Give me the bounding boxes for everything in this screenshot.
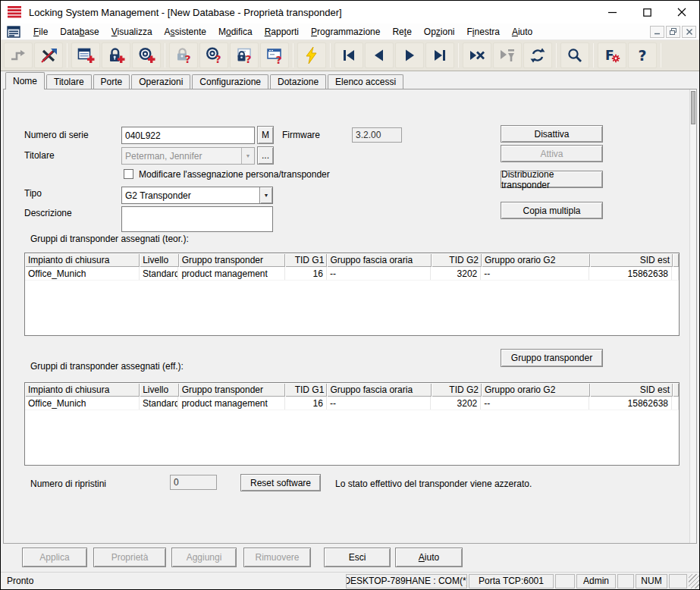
tab-configurazione[interactable]: Configurazione — [192, 74, 268, 89]
column-header[interactable]: Livello — [140, 253, 178, 267]
menu-rete[interactable]: Rete — [386, 25, 417, 39]
menu-visualizza[interactable]: Visualizza — [105, 25, 159, 39]
exit-button[interactable]: Esci — [324, 548, 391, 567]
column-header[interactable]: SID est — [590, 383, 673, 397]
maximize-button[interactable] — [629, 1, 664, 24]
read-g2-lock-button[interactable]: ? — [230, 42, 259, 68]
table-row[interactable]: Office_Munich Standard product managemen… — [25, 397, 679, 410]
change-assignment-checkbox[interactable] — [124, 169, 133, 179]
owner-value: Peterman, Jennifer — [122, 148, 241, 164]
app-logo-icon — [8, 6, 23, 18]
menu-programmazione[interactable]: Programmazione — [305, 25, 386, 39]
mdi-restore-icon — [670, 28, 676, 35]
new-transponder-button[interactable] — [132, 42, 161, 68]
read-card-button[interactable]: ? — [260, 42, 289, 68]
help-footer-button[interactable]: Aiuto — [395, 548, 463, 567]
tab-nome[interactable]: Nome — [5, 72, 45, 89]
column-header[interactable]: Gruppo orario G2 — [482, 253, 590, 267]
read-transponder-button[interactable]: ? — [199, 42, 228, 68]
new-locking-system-button[interactable] — [71, 42, 100, 68]
mdi-restore-button[interactable] — [666, 26, 680, 38]
transponder-group-button[interactable]: Gruppo transponder — [501, 349, 603, 367]
menu-file[interactable]: File — [27, 25, 54, 39]
tab-elenco-accessi[interactable]: Elenco accessi — [328, 74, 403, 89]
column-header[interactable]: Gruppo fascia oraria — [327, 383, 431, 397]
tab-page-nome: Numero di serie Titolare Tipo Descrizion… — [3, 89, 697, 544]
last-record-button[interactable] — [425, 42, 454, 68]
maximize-icon — [643, 8, 651, 17]
menu-rapporti[interactable]: Rapporti — [259, 25, 305, 39]
serial-input[interactable]: 040L922 — [121, 127, 255, 144]
software-reset-button[interactable]: Reset software — [240, 474, 321, 491]
connect-icon — [9, 46, 27, 64]
program-button[interactable] — [297, 42, 326, 68]
cell-sid-est: 15862638 — [589, 397, 672, 410]
toolbar: ? ? ? — [1, 40, 699, 71]
menu-database[interactable]: Database — [54, 25, 105, 39]
mdi-minimize-button[interactable] — [650, 26, 664, 38]
column-header[interactable]: Gruppo transponder — [179, 253, 285, 267]
type-value: G2 Transponder — [122, 187, 259, 203]
cancel-record-button[interactable] — [463, 42, 491, 68]
search-button[interactable] — [560, 42, 589, 68]
refresh-icon — [529, 46, 547, 64]
column-header[interactable]: TID G1 — [285, 253, 327, 267]
menu-modifica[interactable]: Modifica — [212, 25, 259, 39]
cell-livello: Standard — [140, 267, 178, 280]
menu-finestra[interactable]: Finestra — [461, 25, 506, 39]
last-record-icon — [431, 46, 449, 64]
tab-dotazione[interactable]: Dotazione — [270, 74, 326, 89]
tab-operazioni[interactable]: Operazioni — [131, 74, 190, 89]
menu-assistente[interactable]: Assistente — [159, 25, 212, 39]
read-g2-lock-icon: ? — [235, 46, 253, 64]
scrollbar-thumb[interactable] — [691, 91, 695, 124]
column-header[interactable]: Livello — [140, 383, 178, 397]
resize-grip-icon[interactable] — [689, 574, 699, 588]
next-record-button[interactable] — [395, 42, 424, 68]
toolbar-separator — [165, 43, 165, 67]
column-header[interactable]: Impianto di chiusura — [25, 383, 140, 397]
column-header[interactable]: Gruppo orario G2 — [482, 383, 590, 397]
close-button[interactable] — [664, 1, 699, 24]
minimize-button[interactable] — [595, 1, 629, 24]
column-header[interactable]: TID G1 — [285, 383, 327, 397]
first-record-button[interactable] — [334, 42, 363, 68]
new-lock-button[interactable] — [102, 42, 130, 68]
column-header[interactable]: Gruppo fascia oraria — [327, 253, 431, 267]
deactivate-button[interactable]: Disattiva — [501, 125, 603, 143]
cell-orario-g2: -- — [481, 267, 589, 280]
table-row[interactable]: Office_Munich Standard product managemen… — [25, 267, 679, 281]
refresh-button[interactable] — [523, 42, 552, 68]
column-header[interactable]: SID est — [590, 253, 673, 267]
column-header[interactable]: TID G2 — [432, 253, 482, 267]
dialog-footer: Applica Proprietà Aggiungi Rimuovere Esc… — [3, 544, 697, 572]
type-combobox[interactable]: G2 Transponder ▼ — [121, 187, 273, 204]
column-header[interactable]: TID G2 — [432, 383, 482, 397]
help-icon: ? — [633, 46, 651, 64]
status-empty-2 — [617, 574, 634, 588]
new-transponder-icon — [137, 46, 155, 64]
column-header[interactable]: Gruppo transponder — [179, 383, 285, 397]
column-header-filler — [673, 253, 679, 267]
menu-aiuto[interactable]: Aiuto — [506, 25, 538, 39]
mdi-close-button[interactable] — [682, 26, 696, 38]
svg-text:?: ? — [276, 54, 282, 65]
m-button[interactable]: M — [257, 126, 274, 144]
eff-groups-title: Gruppi di transponder assegnati (eff.): — [30, 361, 184, 372]
previous-record-button[interactable] — [365, 42, 394, 68]
multi-copy-button[interactable]: Copia multipla — [501, 202, 603, 219]
read-lock-button[interactable]: ? — [169, 42, 198, 68]
tab-titolare[interactable]: Titolare — [46, 74, 92, 89]
transponder-distribution-button[interactable]: Distribuzione transponder — [501, 171, 603, 188]
help-button[interactable]: ? — [628, 42, 657, 68]
chevron-down-icon: ▼ — [259, 187, 272, 203]
tab-porte[interactable]: Porte — [93, 74, 130, 89]
description-input[interactable] — [121, 206, 273, 232]
column-header[interactable]: Impianto di chiusura — [25, 253, 140, 267]
mdi-window-controls — [650, 26, 699, 38]
vertical-scrollbar[interactable] — [689, 89, 696, 543]
filter-settings-button[interactable]: F — [598, 42, 626, 68]
browse-owner-button[interactable]: ... — [257, 146, 274, 165]
menu-opzioni[interactable]: Opzioni — [418, 25, 461, 39]
disconnect-button[interactable] — [34, 42, 63, 68]
